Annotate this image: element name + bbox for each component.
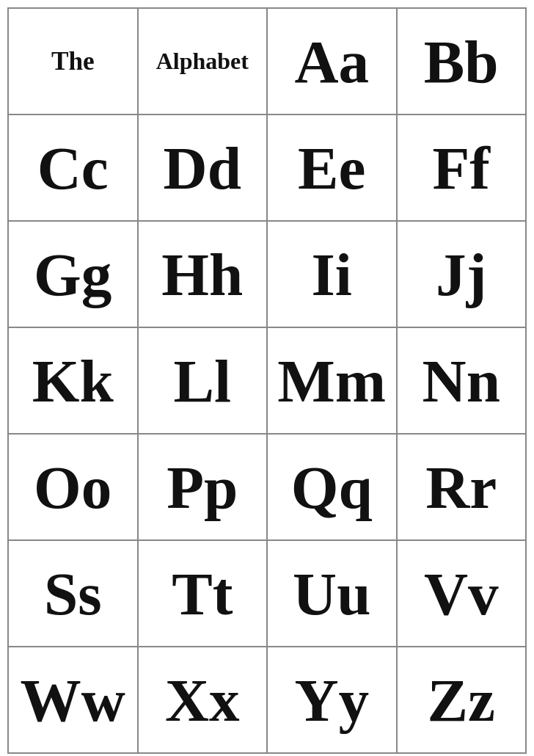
cell-the: The bbox=[9, 9, 139, 115]
cell-pp: Pp bbox=[139, 435, 268, 541]
letter-ll: Ll bbox=[173, 346, 231, 416]
letter-vv: Vv bbox=[424, 559, 499, 629]
cell-hh: Hh bbox=[139, 222, 268, 328]
cell-dd: Dd bbox=[139, 115, 268, 222]
letter-ss: Ss bbox=[44, 559, 102, 629]
cell-zz: Zz bbox=[398, 647, 527, 754]
letter-yy: Yy bbox=[294, 665, 369, 735]
cell-ww: Ww bbox=[9, 647, 139, 754]
letter-ii: Ii bbox=[312, 239, 353, 310]
cell-yy: Yy bbox=[268, 647, 398, 754]
letter-ww: Ww bbox=[21, 665, 125, 735]
cell-qq: Qq bbox=[268, 435, 398, 541]
letter-qq: Qq bbox=[291, 452, 373, 523]
page-wrapper: The Alphabet Aa Bb Cc Dd Ee Ff Gg Hh bbox=[7, 7, 527, 749]
cell-cc: Cc bbox=[9, 115, 139, 222]
cell-alphabet: Alphabet bbox=[139, 9, 268, 115]
cell-mm: Mm bbox=[268, 328, 398, 435]
cell-tt: Tt bbox=[139, 541, 268, 647]
cell-ss: Ss bbox=[9, 541, 139, 647]
letter-mm: Mm bbox=[277, 346, 386, 416]
cell-ff: Ff bbox=[398, 115, 527, 222]
letter-kk: Kk bbox=[32, 346, 114, 416]
letter-zz: Zz bbox=[428, 665, 495, 735]
letter-ff: Ff bbox=[432, 133, 490, 203]
letter-oo: Oo bbox=[34, 452, 111, 523]
cell-aa: Aa bbox=[268, 9, 398, 115]
title-alphabet-text: Alphabet bbox=[156, 48, 249, 75]
letter-rr: Rr bbox=[425, 452, 497, 523]
cell-oo: Oo bbox=[9, 435, 139, 541]
letter-xx: Xx bbox=[165, 665, 240, 735]
letter-jj: Jj bbox=[436, 239, 486, 310]
letter-cc: Cc bbox=[37, 133, 109, 203]
letter-gg: Gg bbox=[34, 239, 111, 310]
cell-jj: Jj bbox=[398, 222, 527, 328]
letter-bb: Bb bbox=[424, 26, 499, 97]
alphabet-grid: The Alphabet Aa Bb Cc Dd Ee Ff Gg Hh bbox=[7, 7, 527, 754]
cell-ll: Ll bbox=[139, 328, 268, 435]
title-the-text: The bbox=[51, 47, 95, 76]
cell-kk: Kk bbox=[9, 328, 139, 435]
letter-tt: Tt bbox=[172, 559, 233, 629]
cell-ii: Ii bbox=[268, 222, 398, 328]
cell-gg: Gg bbox=[9, 222, 139, 328]
letter-pp: Pp bbox=[167, 452, 238, 523]
cell-bb: Bb bbox=[398, 9, 527, 115]
cell-rr: Rr bbox=[398, 435, 527, 541]
letter-aa: Aa bbox=[294, 26, 369, 97]
letter-nn: Nn bbox=[423, 346, 500, 416]
letter-hh: Hh bbox=[161, 239, 243, 310]
letter-ee: Ee bbox=[298, 133, 365, 203]
cell-uu: Uu bbox=[268, 541, 398, 647]
cell-nn: Nn bbox=[398, 328, 527, 435]
cell-vv: Vv bbox=[398, 541, 527, 647]
letter-uu: Uu bbox=[293, 559, 370, 629]
cell-xx: Xx bbox=[139, 647, 268, 754]
cell-ee: Ee bbox=[268, 115, 398, 222]
letter-dd: Dd bbox=[164, 133, 241, 203]
